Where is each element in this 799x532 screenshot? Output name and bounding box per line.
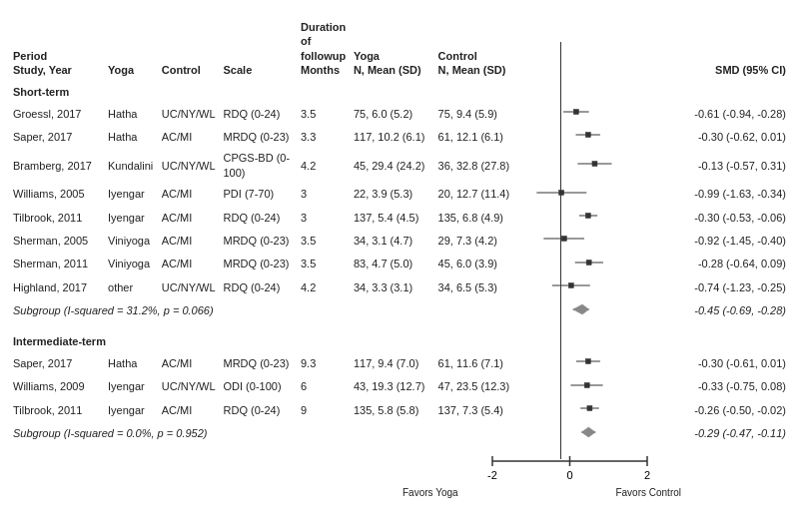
control-type: AC/MI bbox=[159, 126, 221, 149]
yoga-n-mean-sd: 117, 10.2 (6.1) bbox=[351, 126, 435, 149]
forest-cell bbox=[519, 375, 685, 398]
study-name: Williams, 2005 bbox=[10, 183, 105, 206]
control-n-mean-sd: 47, 23.5 (12.3) bbox=[435, 375, 520, 398]
smd-value: -0.13 (-0.57, 0.31) bbox=[686, 149, 789, 183]
yoga-type: Iyengar bbox=[105, 375, 159, 398]
page-container: PeriodStudy, Year Yoga Control Scale Dur… bbox=[0, 0, 799, 532]
subgroup-label: Subgroup (I-squared = 0.0%, p = 0.952) bbox=[10, 422, 519, 445]
smd-value: -0.26 (-0.50, -0.02) bbox=[686, 399, 789, 422]
control-n-mean-sd: 45, 6.0 (3.9) bbox=[435, 253, 520, 275]
scale: MRDQ (0-23) bbox=[221, 352, 298, 375]
col-header-period: PeriodStudy, Year bbox=[10, 18, 105, 79]
col-header-scale: Scale bbox=[221, 18, 298, 79]
control-type: AC/MI bbox=[159, 230, 221, 253]
yoga-type: Hatha bbox=[105, 103, 159, 126]
svg-text:0: 0 bbox=[566, 469, 572, 481]
forest-cell bbox=[519, 230, 685, 253]
control-n-mean-sd: 75, 9.4 (5.9) bbox=[435, 103, 520, 126]
yoga-n-mean-sd: 117, 9.4 (7.0) bbox=[351, 352, 435, 375]
control-type: AC/MI bbox=[159, 207, 221, 230]
forest-plot-cell bbox=[522, 185, 677, 201]
yoga-type: Iyengar bbox=[105, 183, 159, 206]
forest-plot-cell bbox=[522, 424, 677, 440]
effect-box bbox=[569, 283, 574, 288]
table-row: Bramberg, 2017 Kundalini UC/NY/WL CPGS-B… bbox=[10, 149, 789, 183]
svg-text:2: 2 bbox=[644, 469, 650, 481]
forest-cell bbox=[519, 126, 685, 149]
table-row: Tilbrook, 2011 Iyengar AC/MI RDQ (0-24) … bbox=[10, 399, 789, 422]
scale: ODI (0-100) bbox=[221, 375, 298, 398]
yoga-type: Viniyoga bbox=[105, 230, 159, 253]
table-row: Saper, 2017 Hatha AC/MI MRDQ (0-23) 9.3 … bbox=[10, 352, 789, 375]
yoga-n-mean-sd: 75, 6.0 (5.2) bbox=[351, 103, 435, 126]
effect-box bbox=[592, 162, 597, 167]
subgroup-smd: -0.45 (-0.69, -0.28) bbox=[686, 299, 789, 322]
duration: 3 bbox=[298, 183, 351, 206]
control-type: UC/NY/WL bbox=[159, 375, 221, 398]
control-type: AC/MI bbox=[159, 183, 221, 206]
duration: 4.2 bbox=[298, 276, 351, 299]
yoga-n-mean-sd: 43, 19.3 (12.7) bbox=[351, 375, 435, 398]
control-n-mean-sd: 34, 6.5 (5.3) bbox=[435, 276, 520, 299]
yoga-type: Kundalini bbox=[105, 149, 159, 183]
effect-box bbox=[586, 359, 591, 364]
subgroup-forest bbox=[519, 299, 685, 322]
scale: PDI (7-70) bbox=[221, 183, 298, 206]
yoga-type: Iyengar bbox=[105, 399, 159, 422]
control-n-mean-sd: 137, 7.3 (5.4) bbox=[435, 399, 520, 422]
table-row: Saper, 2017 Hatha AC/MI MRDQ (0-23) 3.3 … bbox=[10, 126, 789, 149]
smd-value: -0.99 (-1.63, -0.34) bbox=[686, 183, 789, 206]
col-header-duration: Duration offollowupMonths bbox=[298, 18, 351, 79]
svg-text:-2: -2 bbox=[487, 469, 497, 481]
axis-label-left: Favors Yoga bbox=[402, 487, 458, 498]
table-row: Groessl, 2017 Hatha UC/NY/WL RDQ (0-24) … bbox=[10, 103, 789, 126]
effect-box bbox=[562, 237, 567, 242]
axis-svg: -202 bbox=[10, 449, 789, 487]
effect-box bbox=[574, 110, 579, 115]
section-header: Short-term bbox=[10, 79, 789, 102]
effect-box bbox=[559, 190, 564, 195]
study-name: Groessl, 2017 bbox=[10, 103, 105, 126]
forest-cell bbox=[519, 103, 685, 126]
smd-value: -0.30 (-0.61, 0.01) bbox=[686, 352, 789, 375]
study-name: Bramberg, 2017 bbox=[10, 149, 105, 183]
yoga-type: Hatha bbox=[105, 352, 159, 375]
duration: 3 bbox=[298, 207, 351, 230]
smd-value: -0.33 (-0.75, 0.08) bbox=[686, 375, 789, 398]
axis-label-right: Favors Control bbox=[615, 487, 681, 498]
subgroup-smd: -0.29 (-0.47, -0.11) bbox=[686, 422, 789, 445]
header-row: PeriodStudy, Year Yoga Control Scale Dur… bbox=[10, 18, 789, 79]
scale: CPGS-BD (0-100) bbox=[221, 149, 298, 183]
scale: RDQ (0-24) bbox=[221, 399, 298, 422]
yoga-n-mean-sd: 135, 5.8 (5.8) bbox=[351, 399, 435, 422]
yoga-n-mean-sd: 22, 3.9 (5.3) bbox=[351, 183, 435, 206]
effect-box bbox=[586, 260, 591, 265]
effect-box bbox=[587, 406, 592, 411]
scale: RDQ (0-24) bbox=[221, 276, 298, 299]
duration: 3.3 bbox=[298, 126, 351, 149]
forest-plot-cell bbox=[522, 156, 677, 172]
yoga-n-mean-sd: 34, 3.1 (4.7) bbox=[351, 230, 435, 253]
section-header: Intermediate-term bbox=[10, 328, 789, 351]
study-name: Tilbrook, 2011 bbox=[10, 207, 105, 230]
yoga-type: other bbox=[105, 276, 159, 299]
forest-plot-cell bbox=[522, 208, 677, 224]
table-row: Highland, 2017 other UC/NY/WL RDQ (0-24)… bbox=[10, 276, 789, 299]
forest-plot-cell bbox=[522, 127, 677, 143]
table-row: Sherman, 2005 Viniyoga AC/MI MRDQ (0-23)… bbox=[10, 230, 789, 253]
study-name: Saper, 2017 bbox=[10, 352, 105, 375]
duration: 3.5 bbox=[298, 230, 351, 253]
study-name: Highland, 2017 bbox=[10, 276, 105, 299]
control-n-mean-sd: 61, 11.6 (7.1) bbox=[435, 352, 520, 375]
effect-box bbox=[585, 382, 590, 387]
subgroup-row: Subgroup (I-squared = 31.2%, p = 0.066) … bbox=[10, 299, 789, 322]
smd-value: -0.30 (-0.62, 0.01) bbox=[686, 126, 789, 149]
scale: RDQ (0-24) bbox=[221, 103, 298, 126]
forest-cell bbox=[519, 352, 685, 375]
yoga-n-mean-sd: 34, 3.3 (3.1) bbox=[351, 276, 435, 299]
forest-axis: -202 Favors Yoga Favors Control bbox=[10, 449, 789, 498]
yoga-n-mean-sd: 45, 29.4 (24.2) bbox=[351, 149, 435, 183]
forest-plot-cell bbox=[522, 377, 677, 393]
smd-value: -0.30 (-0.53, -0.06) bbox=[686, 207, 789, 230]
table-row: Tilbrook, 2011 Iyengar AC/MI RDQ (0-24) … bbox=[10, 207, 789, 230]
